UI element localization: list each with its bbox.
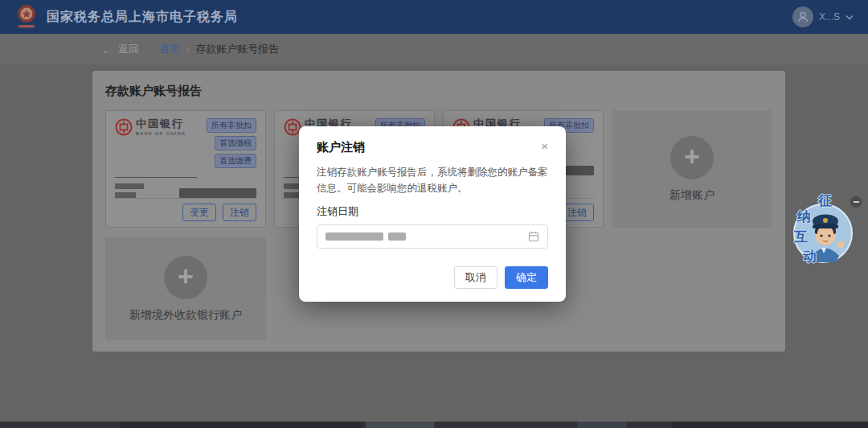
back-arrow-icon: ←: [101, 43, 113, 56]
modal-footer: 取消 确定: [454, 266, 548, 289]
widget-char: 互: [794, 228, 808, 246]
minus-icon: [854, 201, 859, 203]
deregister-date-label: 注销日期: [317, 204, 548, 219]
add-account-label: 新增账户: [669, 188, 714, 203]
redacted-text: [115, 183, 144, 189]
page-title: 存款账户账号报告: [105, 84, 772, 99]
redacted-account-number: [179, 188, 256, 198]
redacted-date-value: [388, 233, 406, 241]
redacted-date-value: [326, 233, 383, 241]
app-title: 国家税务总局上海市电子税务局: [47, 9, 238, 26]
bank-name: 中国银行 BANK OF CHINA: [136, 118, 186, 137]
bottom-bar-segment: [366, 422, 434, 428]
tax-interaction-widget[interactable]: 征 纳 互 动: [791, 191, 855, 269]
header-bar: 国家税务总局上海市电子税务局 X...S: [0, 0, 868, 34]
bottom-bar: [0, 422, 868, 428]
breadcrumb-current: 存款账户账号报告: [195, 42, 279, 56]
widget-char: 征: [818, 191, 832, 210]
change-button[interactable]: 变更: [182, 204, 216, 221]
breadcrumb-home-link[interactable]: 首页: [160, 42, 181, 56]
plus-circle: +: [164, 256, 207, 299]
plus-circle: +: [670, 136, 714, 179]
modal-title: 账户注销: [317, 140, 365, 155]
add-overseas-account-label: 新增境外收款银行账户: [129, 308, 242, 323]
bank-of-china-logo: 中国银行 BANK OF CHINA: [115, 118, 186, 168]
tax-emblem-logo: [14, 3, 39, 31]
redacted-text: [115, 192, 136, 198]
bottom-bar-segment: [671, 422, 868, 428]
chevron-down-icon: [845, 14, 854, 20]
cancel-button[interactable]: 取消: [454, 266, 497, 289]
bank-of-china-roundel-icon: [115, 118, 133, 136]
avatar: [792, 6, 813, 27]
plus-icon: +: [684, 142, 700, 170]
widget-minimize-button[interactable]: [850, 196, 862, 208]
user-name: X...S: [819, 11, 840, 23]
deregister-date-input[interactable]: [317, 224, 548, 249]
card-top: 中国银行 BANK OF CHINA 所有非批扣首选缴税首选缴费: [115, 118, 256, 168]
breadcrumb: ← 返回 首页 › 存款账户账号报告: [0, 34, 868, 64]
widget-char: 动: [803, 247, 817, 265]
breadcrumb-separator: ›: [186, 43, 190, 56]
modal-header: 账户注销 ×: [317, 140, 548, 155]
confirm-button[interactable]: 确定: [505, 266, 548, 289]
widget-char: 纳: [797, 208, 811, 226]
user-menu[interactable]: X...S: [792, 6, 854, 27]
redacted-account-name: [115, 177, 197, 178]
account-tag-badge: 首选缴费: [215, 154, 256, 168]
add-account-card[interactable]: + 新增账户: [612, 110, 772, 228]
deregister-button[interactable]: 注销: [223, 204, 256, 221]
card-actions: 变更注销: [115, 198, 256, 221]
redacted-left-column: [115, 183, 144, 198]
plus-icon: +: [178, 262, 194, 290]
add-overseas-account-card[interactable]: + 新增境外收款银行账户: [105, 237, 266, 340]
bank-name-en: BANK OF CHINA: [136, 131, 186, 137]
back-button[interactable]: ← 返回: [101, 42, 139, 56]
account-deregister-modal: 账户注销 × 注销存款账户账号报告后，系统将删除您的账户备案信息。可能会影响您的…: [299, 126, 566, 302]
account-tag-badge: 所有非批扣: [207, 118, 256, 133]
bank-account-card: 中国银行 BANK OF CHINA 所有非批扣首选缴税首选缴费 变更注销: [105, 110, 266, 228]
close-icon[interactable]: ×: [541, 140, 548, 152]
bottom-bar-segment: [577, 422, 627, 428]
person-icon: [796, 10, 809, 23]
calendar-icon: [528, 231, 539, 242]
redacted-account-details: [115, 183, 256, 198]
account-tag-badge: 首选缴税: [215, 136, 256, 150]
page: 国家税务总局上海市电子税务局 X...S ← 返回 首页 › 存款账户账号报告 …: [0, 0, 868, 428]
modal-message: 注销存款账户账号报告后，系统将删除您的账户备案信息。可能会影响您的退税账户。: [317, 164, 548, 196]
badges: 所有非批扣首选缴税首选缴费: [207, 118, 256, 168]
bank-name-cn: 中国银行: [136, 118, 186, 130]
bottom-bar-segment: [121, 422, 362, 428]
back-label: 返回: [118, 42, 139, 56]
